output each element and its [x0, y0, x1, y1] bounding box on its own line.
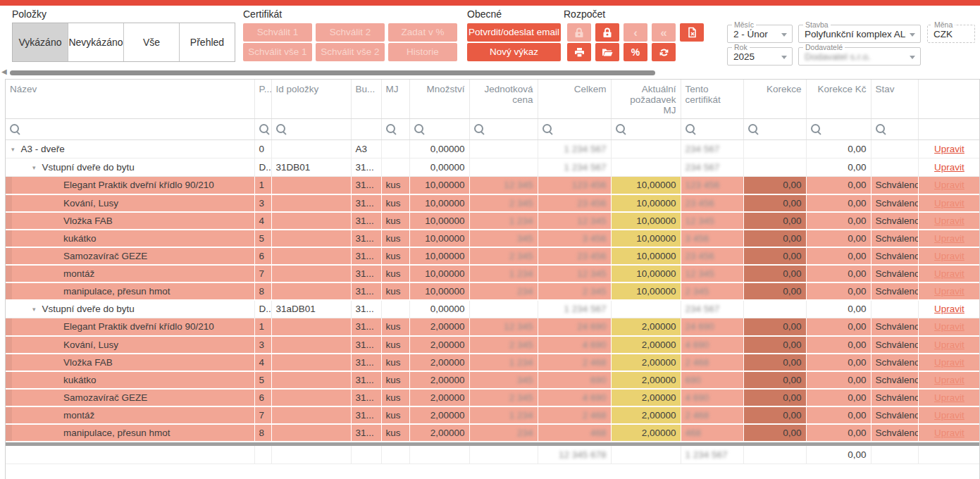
- cell-tento: 2 345: [681, 282, 743, 300]
- cell-mnozstvi: 0,00000: [409, 300, 469, 318]
- month-select[interactable]: Měsíc 2 - Únor: [727, 25, 793, 43]
- cell-id: [271, 282, 351, 300]
- filter-cell-mnozstvi[interactable]: [409, 119, 469, 140]
- filter-cell-p[interactable]: [254, 119, 271, 140]
- item-name: Elegant Praktik dveřní křídlo 90/210: [63, 180, 214, 190]
- edit-link[interactable]: Upravit: [934, 286, 965, 297]
- cell-tento: 23 456: [681, 194, 743, 212]
- cell-korekce: 0,00: [743, 212, 806, 230]
- scroll-left-arrow-icon[interactable]: ◀: [1, 68, 7, 75]
- print-button[interactable]: [567, 43, 591, 61]
- cell-jc: 1 234: [469, 406, 538, 424]
- cell-mj: kus: [381, 389, 409, 406]
- edit-link[interactable]: Upravit: [934, 375, 965, 385]
- edit-link[interactable]: Upravit: [934, 304, 965, 314]
- column-header-mj[interactable]: MJ: [381, 80, 409, 119]
- edit-link[interactable]: Upravit: [934, 321, 965, 332]
- toggle-vykazano[interactable]: Vykázáno: [13, 23, 68, 61]
- filter-cell-stav[interactable]: [871, 119, 918, 140]
- column-header-akt[interactable]: Aktuální požadavek MJ: [611, 80, 681, 119]
- edit-link[interactable]: Upravit: [934, 251, 965, 261]
- construction-select[interactable]: Stavba Polyfunkční komplex ALL...: [798, 25, 921, 43]
- cell-bu: 31...: [351, 424, 381, 442]
- cell-korekceKc: 0,00: [806, 389, 871, 406]
- year-select[interactable]: Rok 2025: [727, 47, 793, 66]
- edit-link[interactable]: Upravit: [934, 340, 965, 350]
- filter-cell-mj[interactable]: [381, 119, 409, 140]
- edit-link[interactable]: Upravit: [934, 180, 965, 190]
- chevron-down-icon: [781, 33, 787, 37]
- cell-upravit: Upravit: [918, 265, 980, 282]
- redacted-value: 2 345: [686, 286, 709, 297]
- filter-cell-jc[interactable]: [469, 119, 538, 140]
- filter-cell-nazev[interactable]: [6, 119, 254, 140]
- horizontal-scrollbar-thumb[interactable]: [10, 70, 655, 75]
- cell-stav: Schváleno: [871, 177, 918, 194]
- column-header-id[interactable]: Id položky: [271, 80, 351, 119]
- filter-cell-id[interactable]: [271, 119, 351, 140]
- column-header-tento[interactable]: Tento certifikát: [681, 80, 743, 119]
- new-report-button[interactable]: Nový výkaz: [467, 43, 561, 61]
- redacted-value: 468: [590, 428, 607, 438]
- suppliers-select[interactable]: Dodavatelé Dodavatel s.r.o.: [798, 47, 921, 66]
- edit-link[interactable]: Upravit: [934, 144, 965, 154]
- filter-cell-tento[interactable]: [681, 119, 743, 140]
- edit-link[interactable]: Upravit: [934, 216, 965, 226]
- filter-cell-celkem[interactable]: [538, 119, 611, 140]
- search-icon: [276, 124, 285, 133]
- column-header-jc[interactable]: Jednotková cena: [469, 80, 538, 119]
- cell-id: [271, 406, 351, 424]
- cell-stav: Schváleno: [871, 282, 918, 300]
- confirm-send-email-button[interactable]: Potvrdit/odeslat email: [467, 23, 561, 42]
- cell-mnozstvi: 2,00000: [409, 406, 469, 424]
- currency-field[interactable]: Měna CZK: [927, 25, 975, 43]
- cell-mj: kus: [381, 212, 409, 230]
- toggle-vse[interactable]: Vše: [124, 23, 180, 61]
- column-header-mnozstvi[interactable]: Množství: [409, 80, 469, 119]
- item-name: Kování, Lusy: [63, 198, 118, 209]
- percent-button[interactable]: %: [624, 43, 647, 61]
- redacted-value: 23 456: [686, 251, 714, 261]
- cell-upravit: Upravit: [918, 389, 980, 406]
- edit-link[interactable]: Upravit: [934, 410, 965, 421]
- column-header-p[interactable]: P...: [254, 80, 271, 119]
- cell-mnozstvi: 2,00000: [409, 336, 469, 354]
- document-export-icon: [687, 27, 697, 38]
- edit-link[interactable]: Upravit: [934, 162, 965, 173]
- filter-cell-korekceKc[interactable]: [806, 119, 871, 140]
- toggle-nevykazano[interactable]: Nevykázáno: [68, 23, 124, 61]
- edit-link[interactable]: Upravit: [934, 268, 965, 279]
- filter-cell-akt[interactable]: [611, 119, 681, 140]
- open-folder-button[interactable]: [595, 43, 619, 61]
- edit-link[interactable]: Upravit: [934, 233, 965, 244]
- table-row: ▾Vstupní dveře do bytuD...31DB0131...0,0…: [6, 158, 980, 177]
- export-document-button[interactable]: [680, 23, 704, 42]
- cell-korekceKc: 0,00: [806, 371, 871, 389]
- cell-nazev: Samozavírač GEZE: [6, 247, 254, 265]
- filter-cell-korekce[interactable]: [743, 119, 806, 140]
- redacted-value: 2 345: [509, 392, 533, 403]
- filter-cell-upravit: [918, 119, 980, 140]
- column-header-stav[interactable]: Stav: [871, 80, 918, 119]
- column-header-celkem[interactable]: Celkem: [538, 80, 611, 119]
- column-header-upravit[interactable]: [918, 80, 980, 119]
- edit-link[interactable]: Upravit: [934, 198, 965, 209]
- lock-button[interactable]: [595, 23, 619, 42]
- column-header-nazev[interactable]: Název: [6, 80, 254, 119]
- column-header-korekceKc[interactable]: Korekce Kč: [806, 80, 871, 119]
- collapse-icon[interactable]: ▾: [32, 164, 36, 171]
- collapse-icon[interactable]: ▾: [32, 306, 36, 313]
- refresh-button[interactable]: [652, 43, 676, 61]
- edit-link[interactable]: Upravit: [934, 428, 965, 438]
- redacted-value: 12 345: [577, 268, 606, 279]
- column-header-korekce[interactable]: Korekce: [743, 80, 806, 119]
- summary-cell-jc: [469, 446, 538, 464]
- redacted-value: 4 690: [686, 340, 709, 350]
- cell-akt: 10,00000: [611, 247, 681, 265]
- toggle-prehled[interactable]: Přehled: [180, 23, 235, 61]
- edit-link[interactable]: Upravit: [934, 357, 965, 368]
- collapse-icon[interactable]: ▾: [11, 146, 15, 153]
- cell-nazev: Kování, Lusy: [6, 336, 254, 354]
- edit-link[interactable]: Upravit: [934, 392, 965, 403]
- column-header-bu[interactable]: Bu...: [351, 80, 381, 119]
